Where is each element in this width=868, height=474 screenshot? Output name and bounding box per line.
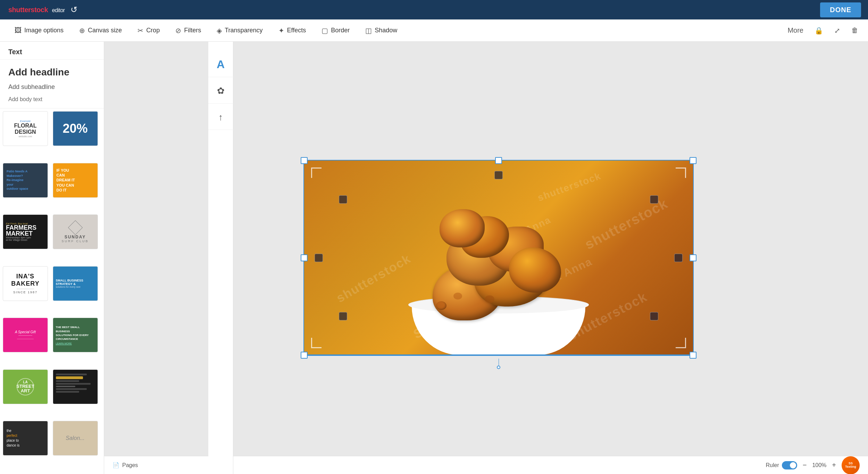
crop-icon: ✂ bbox=[137, 26, 143, 35]
bowl bbox=[412, 307, 585, 355]
resize-handle-ml[interactable] bbox=[301, 254, 308, 261]
done-button[interactable]: DONE bbox=[820, 2, 861, 17]
text-sidebar: Text Add headline Add subheadline Add bo… bbox=[0, 42, 104, 474]
effects-icon: ✦ bbox=[278, 26, 284, 35]
template-dance[interactable]: theperfectplace todance is bbox=[3, 421, 48, 456]
canvas-wrapper: shutterstock shutterstock shutterstock s… bbox=[303, 160, 694, 356]
shutterstock-badge: SSTexting bbox=[842, 456, 860, 474]
template-solutions[interactable]: THE BEST SMALLBUSINESSSOLUTIONS FOR EVER… bbox=[53, 318, 98, 352]
template-percent[interactable]: 20% bbox=[53, 111, 98, 146]
handle-inner-bl[interactable] bbox=[339, 312, 347, 320]
toolbar: 🖼 Image options ⊕ Canvas size ✂ Crop ⊘ F… bbox=[0, 19, 868, 42]
border-button[interactable]: ▢ Border bbox=[314, 19, 358, 41]
pages-icon: 📄 bbox=[112, 462, 119, 468]
trash-button[interactable]: 🗑 bbox=[849, 24, 861, 37]
border-icon: ▢ bbox=[322, 26, 328, 35]
lock-button[interactable]: 🔒 bbox=[812, 24, 826, 38]
transparency-label: Transparency bbox=[225, 27, 262, 34]
filters-button[interactable]: ⊘ Filters bbox=[168, 19, 209, 41]
expand-button[interactable]: ⤢ bbox=[832, 24, 843, 38]
shadow-label: Shadow bbox=[375, 27, 397, 34]
template-salon[interactable]: Salon... bbox=[53, 421, 98, 456]
top-bar: shutterstock editor ↺ DONE bbox=[0, 0, 868, 19]
template-farmers[interactable]: Eat Fresh. Buy local. FARMERSMARKET Wedn… bbox=[3, 214, 48, 249]
image-options-button[interactable]: 🖼 Image options bbox=[7, 19, 72, 41]
pages-button[interactable]: 📄 Pages bbox=[112, 462, 138, 468]
image-options-label: Image options bbox=[24, 27, 64, 34]
handle-mid-left[interactable] bbox=[315, 254, 323, 262]
resize-handle-br[interactable] bbox=[690, 352, 696, 359]
toolbar-right: More 🔒 ⤢ 🗑 bbox=[785, 24, 861, 38]
canvas-bottom-anchor bbox=[497, 359, 500, 369]
crop-button[interactable]: ✂ Crop bbox=[130, 19, 168, 41]
resize-handle-bl[interactable] bbox=[301, 352, 308, 359]
canvas-area: A ✿ ↑ shutterstock shutterstock shutters… bbox=[104, 42, 868, 474]
handle-inner-br[interactable] bbox=[650, 312, 658, 320]
filters-icon: ⊘ bbox=[175, 26, 181, 35]
border-label: Border bbox=[331, 27, 350, 34]
ruler-label: Ruler bbox=[766, 462, 779, 468]
effects-label: Effects bbox=[287, 27, 306, 34]
logo: shutterstock editor bbox=[7, 5, 65, 14]
corner-bracket-bl bbox=[311, 338, 322, 348]
food-illustration bbox=[377, 195, 620, 355]
top-bar-left: shutterstock editor ↺ bbox=[7, 5, 77, 15]
transparency-icon: ◈ bbox=[217, 26, 222, 35]
template-dream[interactable]: IF YOUCANDREAM ITYOU CANDO IT bbox=[53, 163, 98, 198]
sidebar-header: Text bbox=[0, 42, 104, 60]
editor-label: editor bbox=[52, 7, 65, 13]
more-button[interactable]: More bbox=[785, 24, 806, 37]
corner-bracket-tl bbox=[311, 167, 322, 178]
zoom-minus[interactable]: − bbox=[803, 461, 807, 469]
shadow-button[interactable]: ◫ Shadow bbox=[358, 19, 405, 41]
elements-icon: ✿ bbox=[217, 85, 225, 96]
selection-bottom-line bbox=[304, 354, 693, 355]
resize-handle-tl[interactable] bbox=[301, 157, 308, 164]
canvas-image[interactable]: shutterstock shutterstock shutterstock s… bbox=[304, 161, 693, 355]
text-options: Add headline Add subheadline Add body te… bbox=[0, 60, 104, 108]
zoom-level: 100% bbox=[812, 462, 826, 468]
canvas-size-icon: ⊕ bbox=[79, 26, 85, 35]
corner-bracket-br bbox=[676, 338, 686, 348]
template-street-art[interactable]: LA STREETART bbox=[3, 369, 48, 404]
transparency-button[interactable]: ◈ Transparency bbox=[209, 19, 270, 41]
resize-handle-tm[interactable] bbox=[495, 157, 502, 164]
add-subheadline-button[interactable]: Add subheadline bbox=[8, 81, 95, 93]
upload-tool-button[interactable]: ↑ bbox=[208, 105, 233, 130]
resize-handle-mr[interactable] bbox=[690, 254, 696, 261]
elements-tool-button[interactable]: ✿ bbox=[208, 79, 233, 104]
template-surf[interactable]: SUNDAY SURF CLUB bbox=[53, 214, 98, 249]
upload-icon: ↑ bbox=[218, 112, 223, 123]
shadow-icon: ◫ bbox=[365, 26, 372, 35]
template-dark[interactable] bbox=[53, 369, 98, 404]
template-gift[interactable]: A Special Gift —————— bbox=[3, 318, 48, 352]
template-floral[interactable]: Example FLORALDESIGN website.com bbox=[3, 111, 48, 146]
template-bakery[interactable]: INA'S BAKERY SINCE 1987 bbox=[3, 266, 48, 301]
pages-label: Pages bbox=[122, 462, 138, 468]
ruler-switch[interactable] bbox=[782, 461, 797, 469]
zoom-plus[interactable]: + bbox=[832, 461, 836, 469]
effects-button[interactable]: ✦ Effects bbox=[271, 19, 314, 41]
template-grid: Example FLORALDESIGN website.com 20% Pat… bbox=[0, 108, 104, 474]
corner-bracket-tr bbox=[676, 167, 686, 178]
ruler-section: Ruler − 100% + SSTexting bbox=[766, 456, 860, 474]
icon-bar: A ✿ ↑ bbox=[208, 42, 233, 474]
main-layout: Text Add headline Add subheadline Add bo… bbox=[0, 42, 868, 474]
add-body-text-button[interactable]: Add body text bbox=[8, 93, 95, 105]
undo-button[interactable]: ↺ bbox=[70, 5, 77, 15]
text-icon: A bbox=[217, 58, 225, 71]
canvas-size-label: Canvas size bbox=[88, 27, 122, 34]
resize-handle-tr[interactable] bbox=[690, 157, 696, 164]
image-options-icon: 🖼 bbox=[15, 26, 22, 34]
handle-inner-tr[interactable] bbox=[650, 195, 658, 204]
template-patio[interactable]: Patio Needs AMakeover?Re-imagineyouroutd… bbox=[3, 163, 48, 198]
ruler-toggle[interactable]: Ruler bbox=[766, 461, 797, 469]
template-biz[interactable]: SMALL BUSINESSSTRATEGY & solutions for e… bbox=[53, 266, 98, 301]
handle-mid-right[interactable] bbox=[674, 254, 683, 262]
filters-label: Filters bbox=[184, 27, 201, 34]
handle-inner-tl[interactable] bbox=[339, 195, 347, 204]
handle-top-center[interactable] bbox=[494, 171, 503, 179]
text-tool-button[interactable]: A bbox=[208, 52, 233, 77]
canvas-size-button[interactable]: ⊕ Canvas size bbox=[72, 19, 130, 41]
add-headline-button[interactable]: Add headline bbox=[8, 64, 95, 81]
